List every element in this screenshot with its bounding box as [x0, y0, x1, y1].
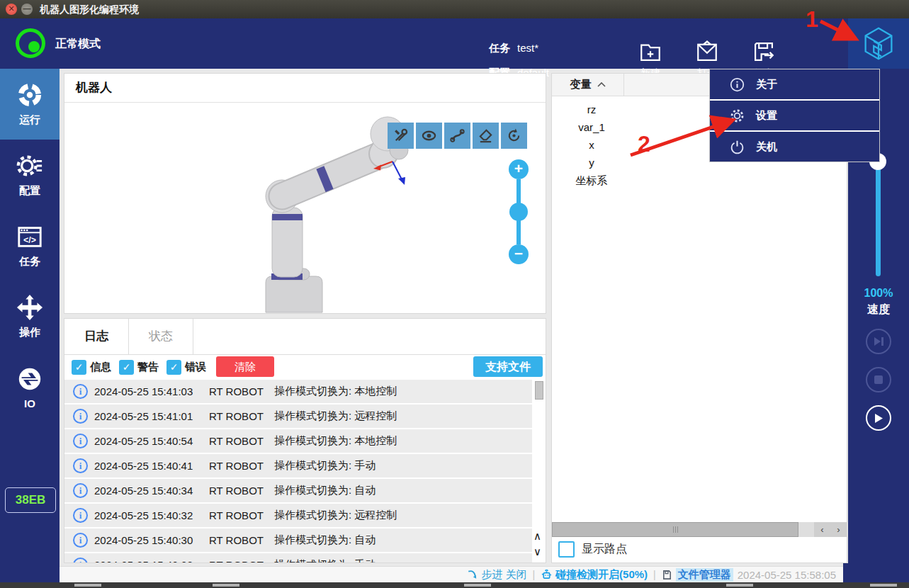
- robot-panel-title: 机器人: [64, 74, 546, 103]
- log-time: 2024-05-25 15:40:30: [94, 534, 209, 546]
- log-message: 操作模式切换为: 远程控制: [274, 509, 397, 522]
- tab-log[interactable]: 日志: [64, 319, 129, 354]
- log-message: 操作模式切换为: 手动: [274, 459, 376, 473]
- close-button[interactable]: ✕: [6, 4, 17, 15]
- robot-3d-view[interactable]: + −: [64, 103, 546, 313]
- log-row[interactable]: i 2024-05-25 15:40:41 RT ROBOT 操作模式切换为: …: [64, 454, 532, 477]
- log-row[interactable]: i 2024-05-25 15:40:34 RT ROBOT 操作模式切换为: …: [64, 479, 532, 502]
- sidebar-item-io[interactable]: IO: [0, 352, 60, 423]
- log-time: 2024-05-25 15:41:01: [94, 410, 209, 422]
- variables-header-cell[interactable]: 变量: [552, 74, 624, 96]
- h-scroll-thumb[interactable]: [552, 522, 798, 537]
- filter-error[interactable]: ✓ 错误: [166, 360, 206, 375]
- info-circle-icon: [730, 77, 745, 92]
- statusbar: 步进 关闭 | 碰撞检测开启(50%) | 文件管理器 2024-05-25 1…: [60, 566, 843, 582]
- info-icon: i: [73, 409, 88, 424]
- variable-row[interactable]: rz 0.17453: [552, 101, 563, 118]
- info-checkbox[interactable]: ✓: [72, 360, 86, 375]
- app-logo-button[interactable]: [848, 18, 909, 69]
- dropdown-menu: 关于 设置 关机: [709, 69, 880, 162]
- collision-status[interactable]: 碰撞检测开启(50%): [541, 568, 648, 582]
- rotate-button[interactable]: [501, 123, 527, 149]
- log-source: RT ROBOT: [209, 385, 274, 397]
- log-source: RT ROBOT: [209, 485, 274, 497]
- speed-label: 速度: [848, 303, 909, 317]
- variable-name: var_1: [552, 120, 626, 135]
- eraser-icon: [478, 128, 494, 144]
- step-status[interactable]: 步进 关闭: [467, 568, 526, 582]
- filter-error-label: 错误: [185, 361, 206, 374]
- log-row[interactable]: i 2024-05-25 15:41:03 RT ROBOT 操作模式切换为: …: [64, 380, 532, 403]
- log-row[interactable]: i 2024-05-25 15:40:08 RT ROBOT 操作模式切换为: …: [64, 553, 532, 563]
- step-forward-button[interactable]: [866, 329, 891, 354]
- separator: |: [653, 569, 656, 580]
- log-message: 操作模式切换为: 自动: [274, 484, 376, 497]
- robot-panel: 机器人: [64, 73, 546, 314]
- app-logo-icon: [858, 23, 899, 64]
- speed-slider-track[interactable]: [876, 164, 881, 276]
- error-checkbox[interactable]: ✓: [166, 360, 181, 375]
- log-row[interactable]: i 2024-05-25 15:41:01 RT ROBOT 操作模式切换为: …: [64, 405, 532, 428]
- log-row[interactable]: i 2024-05-25 15:40:32 RT ROBOT 操作模式切换为: …: [64, 504, 532, 527]
- variable-row[interactable]: y 10: [552, 154, 563, 171]
- tools-icon: [393, 128, 409, 144]
- log-tabs: 日志 状态: [64, 319, 546, 355]
- tools-button[interactable]: [388, 123, 414, 149]
- save-floppy-icon: [752, 40, 776, 64]
- log-panel: 日志 状态 ✓ 信息 ✓ 警告 ✓ 错误 清除 支持文件 i: [64, 318, 546, 563]
- file-manager-icon: [662, 570, 672, 580]
- log-row[interactable]: i 2024-05-25 15:40:54 RT ROBOT 操作模式切换为: …: [64, 429, 532, 453]
- scroll-right-button[interactable]: ›: [830, 522, 847, 537]
- visibility-button[interactable]: [416, 123, 442, 149]
- zoom-in-button[interactable]: +: [509, 159, 529, 179]
- window-title: 机器人图形化编程环境: [40, 0, 139, 18]
- menu-item-about[interactable]: 关于: [710, 69, 879, 101]
- sidebar-item-config[interactable]: 配置: [0, 140, 60, 210]
- log-time: 2024-05-25 15:40:54: [94, 435, 209, 447]
- stop-button[interactable]: [866, 367, 891, 392]
- zoom-slider-handle[interactable]: [509, 203, 528, 221]
- info-icon: i: [73, 434, 88, 448]
- scroll-left-button[interactable]: ‹: [814, 522, 830, 537]
- log-row[interactable]: i 2024-05-25 15:40:30 RT ROBOT 操作模式切换为: …: [64, 528, 532, 552]
- menu-item-shutdown[interactable]: 关机: [710, 132, 879, 162]
- log-source: RT ROBOT: [209, 534, 274, 546]
- variable-row[interactable]: 坐标系 [0, 0, 0, 0.5236, 0.5236, 0]: [552, 171, 563, 189]
- variable-name: x: [552, 137, 626, 153]
- warning-checkbox[interactable]: ✓: [119, 360, 134, 375]
- power-icon: [730, 140, 745, 154]
- tab-status[interactable]: 状态: [129, 319, 193, 354]
- status-indicator: [16, 28, 45, 58]
- v-scroll-thumb[interactable]: [535, 381, 543, 400]
- minimize-button[interactable]: —: [21, 4, 33, 15]
- sidebar-item-operate[interactable]: 操作: [0, 281, 60, 352]
- folder-plus-icon: [638, 40, 662, 64]
- window-titlebar: ✕ — 机器人图形化编程环境: [0, 0, 909, 18]
- path-button[interactable]: [444, 123, 470, 149]
- variable-row[interactable]: x 10: [552, 136, 563, 154]
- info-icon: i: [73, 533, 88, 548]
- support-files-button[interactable]: 支持文件: [473, 356, 543, 377]
- file-manager-button[interactable]: 文件管理器: [662, 568, 733, 582]
- play-button[interactable]: [866, 405, 891, 431]
- scroll-down-button[interactable]: ∨: [533, 543, 544, 560]
- sidebar-item-label: 任务: [19, 255, 40, 268]
- info-icon: i: [73, 483, 88, 498]
- desktop-strip: [0, 582, 909, 588]
- io-exchange-icon: [16, 366, 43, 392]
- clear-button[interactable]: 清除: [216, 356, 274, 377]
- info-icon: i: [73, 508, 88, 523]
- variable-row[interactable]: var_1 [0.3261, 0.35348, 0.: [552, 118, 563, 136]
- step-forward-icon: [874, 337, 884, 346]
- variable-name: y: [552, 155, 626, 171]
- menu-item-settings[interactable]: 设置: [710, 101, 879, 132]
- zoom-out-button[interactable]: −: [509, 244, 529, 264]
- filter-info[interactable]: ✓ 信息: [72, 360, 111, 375]
- sidebar-item-task[interactable]: </> 任务: [0, 210, 60, 281]
- show-waypoints-checkbox[interactable]: [558, 541, 575, 558]
- menu-item-label: 关于: [756, 78, 777, 91]
- filter-warning[interactable]: ✓ 警告: [119, 360, 159, 375]
- separator: |: [532, 569, 535, 580]
- sidebar-item-run[interactable]: 运行: [0, 69, 60, 140]
- eraser-button[interactable]: [473, 123, 499, 149]
